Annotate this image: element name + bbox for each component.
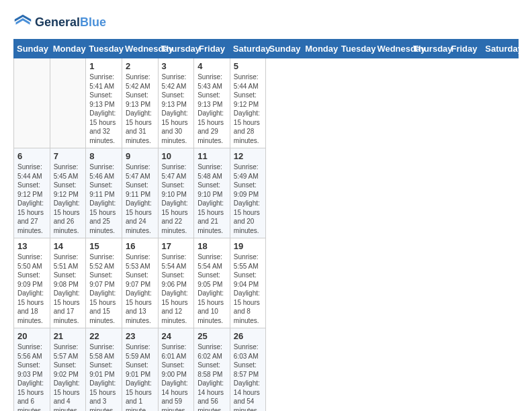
calendar-cell: 26Sunrise: 6:03 AMSunset: 8:57 PMDayligh… bbox=[230, 328, 266, 412]
day-number: 1 bbox=[89, 61, 118, 71]
weekday-header: Monday bbox=[302, 40, 339, 58]
logo-icon bbox=[13, 13, 32, 32]
weekday-header: Wednesday bbox=[374, 40, 410, 58]
calendar-week-row: 20Sunrise: 5:56 AMSunset: 9:03 PMDayligh… bbox=[14, 328, 519, 412]
day-info: Sunrise: 5:53 AMSunset: 9:07 PMDaylight:… bbox=[126, 253, 154, 325]
day-info: Sunrise: 5:54 AMSunset: 9:06 PMDaylight:… bbox=[162, 253, 191, 325]
day-of-week-header: Sunday bbox=[14, 40, 50, 58]
calendar-table: SundayMondayTuesdayWednesdayThursdayFrid… bbox=[13, 39, 519, 411]
calendar-cell: 18Sunrise: 5:54 AMSunset: 9:05 PMDayligh… bbox=[194, 238, 230, 328]
calendar-cell: 6Sunrise: 5:44 AMSunset: 9:12 PMDaylight… bbox=[14, 148, 50, 238]
calendar-cell: 8Sunrise: 5:46 AMSunset: 9:11 PMDaylight… bbox=[86, 148, 122, 238]
day-number: 11 bbox=[197, 151, 226, 161]
day-of-week-header: Wednesday bbox=[122, 40, 158, 58]
day-number: 13 bbox=[17, 241, 46, 251]
day-number: 4 bbox=[197, 61, 226, 71]
weekday-header: Saturday bbox=[482, 40, 519, 58]
day-number: 23 bbox=[126, 331, 154, 341]
day-info: Sunrise: 5:51 AMSunset: 9:08 PMDaylight:… bbox=[54, 253, 83, 325]
calendar-cell: 24Sunrise: 6:01 AMSunset: 9:00 PMDayligh… bbox=[158, 328, 194, 412]
day-number: 25 bbox=[197, 331, 226, 341]
day-number: 26 bbox=[234, 331, 263, 341]
calendar-header-row: SundayMondayTuesdayWednesdayThursdayFrid… bbox=[14, 40, 519, 58]
day-info: Sunrise: 5:45 AMSunset: 9:12 PMDaylight:… bbox=[54, 163, 83, 235]
day-number: 6 bbox=[17, 151, 46, 161]
calendar-cell: 10Sunrise: 5:47 AMSunset: 9:10 PMDayligh… bbox=[158, 148, 194, 238]
day-info: Sunrise: 5:41 AMSunset: 9:13 PMDaylight:… bbox=[89, 73, 118, 145]
day-number: 10 bbox=[162, 151, 191, 161]
logo: GeneralBlue bbox=[13, 13, 106, 32]
day-info: Sunrise: 5:43 AMSunset: 9:13 PMDaylight:… bbox=[197, 73, 226, 145]
calendar-cell: 5Sunrise: 5:44 AMSunset: 9:12 PMDaylight… bbox=[230, 58, 266, 148]
day-info: Sunrise: 6:01 AMSunset: 9:00 PMDaylight:… bbox=[162, 342, 191, 411]
day-number: 5 bbox=[234, 61, 263, 71]
day-info: Sunrise: 5:50 AMSunset: 9:09 PMDaylight:… bbox=[17, 253, 46, 325]
calendar-cell: 9Sunrise: 5:47 AMSunset: 9:11 PMDaylight… bbox=[122, 148, 158, 238]
day-number: 3 bbox=[162, 61, 191, 71]
logo-text: GeneralBlue bbox=[35, 16, 106, 30]
day-info: Sunrise: 5:46 AMSunset: 9:11 PMDaylight:… bbox=[89, 163, 118, 235]
calendar-cell: 3Sunrise: 5:42 AMSunset: 9:13 PMDaylight… bbox=[158, 58, 194, 148]
day-info: Sunrise: 5:59 AMSunset: 9:01 PMDaylight:… bbox=[126, 342, 154, 411]
day-info: Sunrise: 6:02 AMSunset: 8:58 PMDaylight:… bbox=[197, 342, 226, 411]
day-info: Sunrise: 5:49 AMSunset: 9:09 PMDaylight:… bbox=[234, 163, 263, 235]
day-info: Sunrise: 5:52 AMSunset: 9:07 PMDaylight:… bbox=[89, 253, 118, 325]
calendar-cell: 15Sunrise: 5:52 AMSunset: 9:07 PMDayligh… bbox=[86, 238, 122, 328]
calendar-cell: 13Sunrise: 5:50 AMSunset: 9:09 PMDayligh… bbox=[14, 238, 50, 328]
calendar-cell: 21Sunrise: 5:57 AMSunset: 9:02 PMDayligh… bbox=[50, 328, 86, 412]
day-number: 12 bbox=[234, 151, 263, 161]
day-info: Sunrise: 5:47 AMSunset: 9:11 PMDaylight:… bbox=[126, 163, 154, 235]
day-of-week-header: Saturday bbox=[230, 40, 266, 58]
calendar-week-row: 6Sunrise: 5:44 AMSunset: 9:12 PMDaylight… bbox=[14, 148, 519, 238]
calendar-cell: 22Sunrise: 5:58 AMSunset: 9:01 PMDayligh… bbox=[86, 328, 122, 412]
day-of-week-header: Thursday bbox=[158, 40, 194, 58]
day-number: 24 bbox=[162, 331, 191, 341]
calendar-cell: 12Sunrise: 5:49 AMSunset: 9:09 PMDayligh… bbox=[230, 148, 266, 238]
calendar-cell: 23Sunrise: 5:59 AMSunset: 9:01 PMDayligh… bbox=[122, 328, 158, 412]
day-number: 16 bbox=[126, 241, 154, 251]
day-info: Sunrise: 5:44 AMSunset: 9:12 PMDaylight:… bbox=[17, 163, 46, 235]
weekday-header: Tuesday bbox=[338, 40, 374, 58]
day-info: Sunrise: 5:57 AMSunset: 9:02 PMDaylight:… bbox=[54, 342, 83, 411]
day-number: 9 bbox=[126, 151, 154, 161]
day-info: Sunrise: 5:44 AMSunset: 9:12 PMDaylight:… bbox=[234, 73, 263, 145]
day-number: 17 bbox=[162, 241, 191, 251]
day-info: Sunrise: 5:42 AMSunset: 9:13 PMDaylight:… bbox=[126, 73, 154, 145]
day-info: Sunrise: 5:48 AMSunset: 9:10 PMDaylight:… bbox=[197, 163, 226, 235]
day-info: Sunrise: 5:58 AMSunset: 9:01 PMDaylight:… bbox=[89, 342, 118, 411]
day-info: Sunrise: 5:42 AMSunset: 9:13 PMDaylight:… bbox=[162, 73, 191, 145]
calendar-cell: 20Sunrise: 5:56 AMSunset: 9:03 PMDayligh… bbox=[14, 328, 50, 412]
calendar-cell: 11Sunrise: 5:48 AMSunset: 9:10 PMDayligh… bbox=[194, 148, 230, 238]
day-number: 21 bbox=[54, 331, 83, 341]
day-number: 7 bbox=[54, 151, 83, 161]
day-of-week-header: Tuesday bbox=[86, 40, 122, 58]
calendar-cell: 7Sunrise: 5:45 AMSunset: 9:12 PMDaylight… bbox=[50, 148, 86, 238]
calendar-cell bbox=[14, 58, 50, 148]
calendar-cell: 17Sunrise: 5:54 AMSunset: 9:06 PMDayligh… bbox=[158, 238, 194, 328]
day-number: 8 bbox=[89, 151, 118, 161]
calendar-cell: 14Sunrise: 5:51 AMSunset: 9:08 PMDayligh… bbox=[50, 238, 86, 328]
calendar-cell: 4Sunrise: 5:43 AMSunset: 9:13 PMDaylight… bbox=[194, 58, 230, 148]
day-info: Sunrise: 5:56 AMSunset: 9:03 PMDaylight:… bbox=[17, 342, 46, 411]
day-number: 20 bbox=[17, 331, 46, 341]
day-number: 18 bbox=[197, 241, 226, 251]
day-number: 14 bbox=[54, 241, 83, 251]
day-number: 19 bbox=[234, 241, 263, 251]
day-info: Sunrise: 5:47 AMSunset: 9:10 PMDaylight:… bbox=[162, 163, 191, 235]
calendar-cell: 25Sunrise: 6:02 AMSunset: 8:58 PMDayligh… bbox=[194, 328, 230, 412]
calendar-cell bbox=[50, 58, 86, 148]
calendar-cell: 19Sunrise: 5:55 AMSunset: 9:04 PMDayligh… bbox=[230, 238, 266, 328]
day-of-week-header: Monday bbox=[50, 40, 86, 58]
weekday-header: Friday bbox=[446, 40, 482, 58]
day-number: 2 bbox=[126, 61, 154, 71]
day-info: Sunrise: 5:54 AMSunset: 9:05 PMDaylight:… bbox=[197, 253, 226, 325]
calendar-cell: 1Sunrise: 5:41 AMSunset: 9:13 PMDaylight… bbox=[86, 58, 122, 148]
page-header: GeneralBlue bbox=[13, 13, 519, 32]
day-of-week-header: Friday bbox=[194, 40, 230, 58]
day-number: 15 bbox=[89, 241, 118, 251]
calendar-cell: 2Sunrise: 5:42 AMSunset: 9:13 PMDaylight… bbox=[122, 58, 158, 148]
calendar-cell: 16Sunrise: 5:53 AMSunset: 9:07 PMDayligh… bbox=[122, 238, 158, 328]
calendar-week-row: 1Sunrise: 5:41 AMSunset: 9:13 PMDaylight… bbox=[14, 58, 519, 148]
day-number: 22 bbox=[89, 331, 118, 341]
weekday-header: Thursday bbox=[410, 40, 447, 58]
